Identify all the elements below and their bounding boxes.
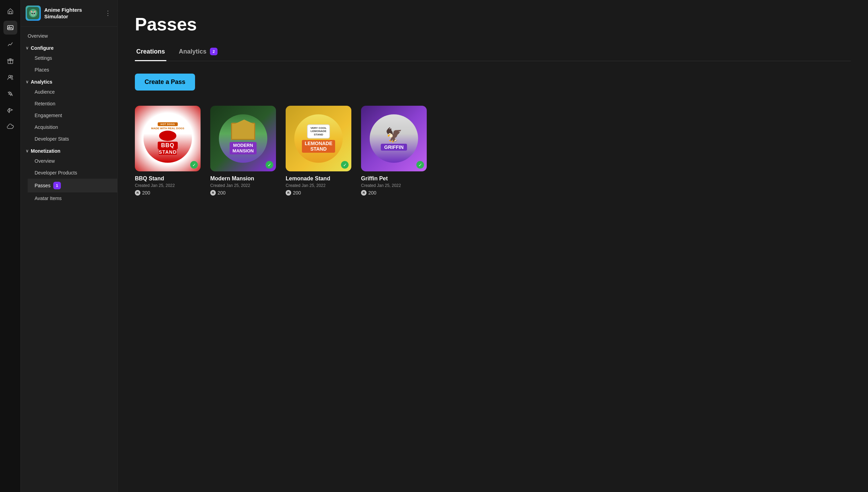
sidebar-label: Places	[35, 67, 49, 73]
check-icon-lemonade: ✓	[341, 161, 349, 169]
gift-icon[interactable]	[3, 54, 17, 68]
pass-card-griffin[interactable]: 🦅 GRIFFIN ✓ Griffin Pet Created Jan 25, …	[361, 106, 427, 196]
sidebar-item-passes[interactable]: Passes 1	[28, 179, 117, 192]
pass-card-mansion[interactable]: MODERNMANSION ✓ Modern Mansion Created J…	[210, 106, 276, 196]
tab-creations[interactable]: Creations	[135, 45, 166, 61]
tab-analytics-label: Analytics	[179, 48, 206, 55]
sidebar-section-configure[interactable]: ∨ Configure	[21, 42, 117, 52]
create-pass-button[interactable]: Create a Pass	[135, 74, 195, 91]
sidebar-section-analytics[interactable]: ∨ Analytics	[21, 76, 117, 86]
card-date-bbq: Created Jan 25, 2022	[135, 183, 201, 188]
game-avatar	[26, 6, 41, 21]
sidebar-nav: Overview ∨ Configure Settings Places ∨ A…	[21, 27, 117, 492]
card-thumbnail-bbq: HOT DOGS MADE WITH REAL DOGS BBQ STAND ✓	[135, 106, 201, 171]
price-value: 200	[368, 190, 376, 196]
svg-point-12	[31, 13, 33, 14]
sidebar-item-places[interactable]: Places	[28, 64, 117, 76]
home-icon[interactable]	[3, 4, 17, 18]
cloud-icon[interactable]	[3, 120, 17, 134]
chart-icon[interactable]	[3, 37, 17, 51]
check-icon-mansion: ✓	[266, 161, 273, 169]
megaphone-icon[interactable]	[3, 104, 17, 117]
sidebar-label: Audience	[35, 89, 55, 95]
card-thumbnail-mansion: MODERNMANSION ✓	[210, 106, 276, 171]
sidebar-label: Passes	[35, 183, 50, 188]
card-price-mansion: R 200	[210, 190, 276, 196]
sidebar-item-developer-stats[interactable]: Developer Stats	[28, 133, 117, 145]
sidebar-label: Overview	[28, 33, 48, 39]
section-label: Configure	[31, 45, 54, 51]
card-thumbnail-lemonade: VERY COOLLEMONADESTAND LEMONADESTAND ✓	[286, 106, 351, 171]
card-date-lemonade: Created Jan 25, 2022	[286, 183, 351, 188]
sidebar: Anime Fighters Simulator ⋮ Overview ∨ Co…	[21, 0, 118, 492]
section-label: Monetization	[31, 148, 61, 154]
tab-creations-label: Creations	[136, 48, 165, 55]
translate-icon[interactable]	[3, 87, 17, 101]
card-date-griffin: Created Jan 25, 2022	[361, 183, 427, 188]
svg-point-5	[9, 75, 11, 77]
sidebar-item-developer-products[interactable]: Developer Products	[28, 167, 117, 179]
robux-icon: R	[286, 190, 291, 196]
card-name-mansion: Modern Mansion	[210, 176, 276, 182]
price-value: 200	[142, 190, 150, 196]
pass-card-bbq[interactable]: HOT DOGS MADE WITH REAL DOGS BBQ STAND ✓…	[135, 106, 201, 196]
card-price-griffin: R 200	[361, 190, 427, 196]
svg-point-6	[11, 76, 12, 77]
chevron-icon: ∨	[26, 79, 29, 84]
sidebar-label: Developer Products	[35, 170, 77, 176]
passes-badge: 1	[53, 182, 61, 189]
page-title: Passes	[135, 14, 851, 35]
sidebar-item-settings[interactable]: Settings	[28, 52, 117, 64]
tab-analytics[interactable]: Analytics 2	[177, 44, 219, 61]
sidebar-section-monetization[interactable]: ∨ Monetization	[21, 145, 117, 155]
price-value: 200	[293, 190, 301, 196]
tabs: Creations Analytics 2	[135, 44, 851, 61]
cards-grid: HOT DOGS MADE WITH REAL DOGS BBQ STAND ✓…	[135, 106, 851, 196]
configure-sub: Settings Places	[21, 52, 117, 76]
robux-icon: R	[361, 190, 367, 196]
card-name-lemonade: Lemonade Stand	[286, 176, 351, 182]
sidebar-header: Anime Fighters Simulator ⋮	[21, 0, 117, 27]
more-button[interactable]: ⋮	[103, 8, 112, 18]
sidebar-item-avatar-items[interactable]: Avatar Items	[28, 192, 117, 204]
sidebar-item-overview-top[interactable]: Overview	[21, 30, 117, 42]
check-icon-bbq: ✓	[190, 161, 198, 169]
sidebar-label: Developer Stats	[35, 136, 69, 142]
robux-icon: R	[135, 190, 140, 196]
svg-rect-0	[9, 11, 11, 14]
sidebar-label: Overview	[35, 158, 55, 164]
card-price-lemonade: R 200	[286, 190, 351, 196]
sidebar-item-engagement[interactable]: Engagement	[28, 110, 117, 121]
svg-point-13	[34, 13, 35, 14]
analytics-sub: Audience Retention Engagement Acquisitio…	[21, 86, 117, 145]
game-title: Anime Fighters Simulator	[44, 7, 100, 20]
monetization-sub: Overview Developer Products Passes 1 Ava…	[21, 155, 117, 204]
section-label: Analytics	[31, 79, 52, 85]
robux-icon: R	[210, 190, 216, 196]
sidebar-label: Engagement	[35, 113, 62, 118]
svg-point-11	[31, 11, 36, 16]
analytics-badge: 2	[210, 48, 218, 55]
sidebar-label: Settings	[35, 55, 52, 61]
sidebar-item-acquisition[interactable]: Acquisition	[28, 121, 117, 133]
chevron-icon: ∨	[26, 46, 29, 50]
pass-card-lemonade[interactable]: VERY COOLLEMONADESTAND LEMONADESTAND ✓ L…	[286, 106, 351, 196]
sidebar-label: Avatar Items	[35, 196, 62, 201]
card-name-bbq: BBQ Stand	[135, 176, 201, 182]
image-icon[interactable]	[3, 21, 17, 35]
icon-rail	[0, 0, 21, 492]
sidebar-label: Acquisition	[35, 124, 58, 130]
card-date-mansion: Created Jan 25, 2022	[210, 183, 276, 188]
sidebar-item-audience[interactable]: Audience	[28, 86, 117, 98]
users-icon[interactable]	[3, 70, 17, 84]
sidebar-item-overview-monetization[interactable]: Overview	[28, 155, 117, 167]
main-content: Passes Creations Analytics 2 Create a Pa…	[118, 0, 868, 492]
card-price-bbq: R 200	[135, 190, 201, 196]
chevron-icon: ∨	[26, 149, 29, 153]
card-thumbnail-griffin: 🦅 GRIFFIN ✓	[361, 106, 427, 171]
sidebar-label: Retention	[35, 101, 55, 106]
price-value: 200	[218, 190, 225, 196]
sidebar-item-retention[interactable]: Retention	[28, 98, 117, 110]
check-icon-griffin: ✓	[416, 161, 424, 169]
card-name-griffin: Griffin Pet	[361, 176, 427, 182]
